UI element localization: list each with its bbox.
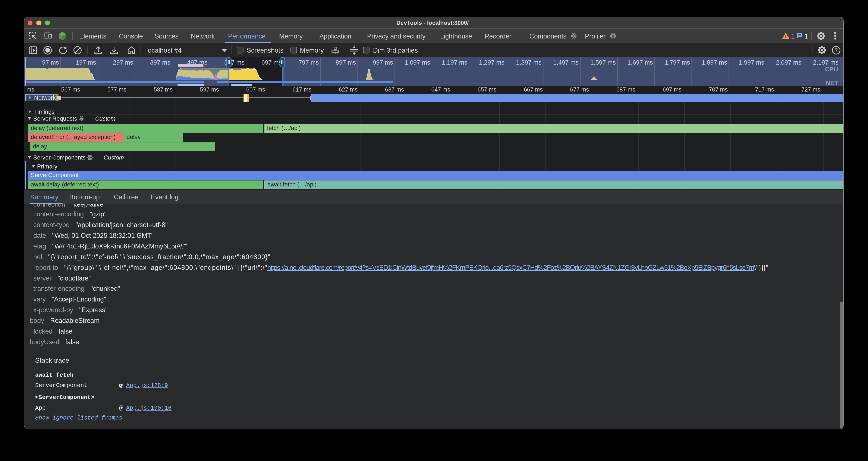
svg-text:1,797 ms: 1,797 ms (665, 59, 690, 66)
svg-text:2,097 ms: 2,097 ms (776, 59, 801, 66)
svg-text:1,597 ms: 1,597 ms (590, 59, 616, 66)
svg-text:CPU: CPU (825, 66, 838, 73)
svg-text:1,897 ms: 1,897 ms (702, 59, 727, 66)
svg-text:1,697 ms: 1,697 ms (627, 59, 653, 66)
svg-text:1,197 ms: 1,197 ms (442, 59, 467, 66)
svg-text:997 ms: 997 ms (373, 59, 393, 66)
svg-text:1,097 ms: 1,097 ms (405, 59, 430, 66)
svg-text:1,497 ms: 1,497 ms (553, 59, 579, 66)
svg-text:2,197 ms: 2,197 ms (813, 59, 839, 66)
svg-text:897 ms: 897 ms (336, 59, 356, 66)
svg-text:697 ms: 697 ms (261, 59, 282, 66)
svg-text:97 ms: 97 ms (42, 59, 59, 66)
svg-text:297 ms: 297 ms (113, 59, 133, 66)
svg-text:?: ? (835, 47, 838, 53)
svg-text:1,297 ms: 1,297 ms (479, 59, 504, 66)
svg-text:197 ms: 197 ms (76, 59, 96, 66)
svg-text:397 ms: 397 ms (150, 59, 170, 66)
svg-text:NET: NET (826, 80, 838, 86)
svg-text:1,997 ms: 1,997 ms (739, 59, 764, 66)
svg-text:797 ms: 797 ms (299, 59, 319, 66)
svg-text:1,397 ms: 1,397 ms (516, 59, 541, 66)
